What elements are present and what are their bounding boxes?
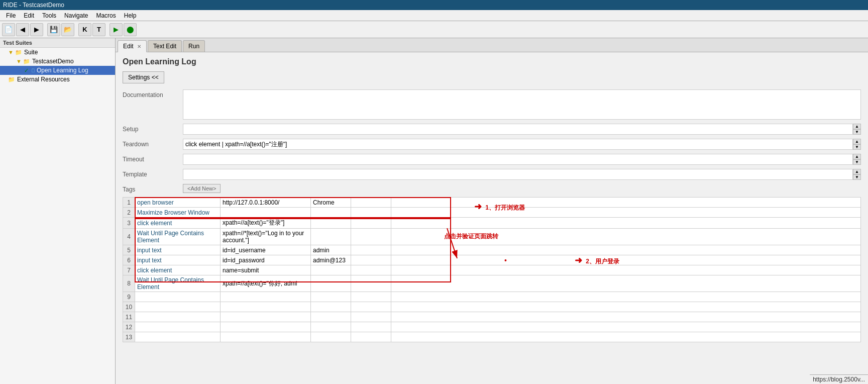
step-keyword[interactable]: Wait Until Page Contains Element [135,229,221,245]
tab-edit-close[interactable]: ✕ [137,44,141,49]
step-arg-2[interactable] [311,229,351,245]
setup-spin-up[interactable]: ▲ [853,124,861,129]
step-arg-4[interactable] [391,208,861,218]
step-keyword[interactable]: open browser [135,198,221,208]
tab-text-edit[interactable]: Text Edit [148,40,182,52]
step-arg-1[interactable]: xpath=//a[text()="你好, admi [221,275,311,292]
step-keyword[interactable]: Maximize Browser Window [135,208,221,218]
step-keyword[interactable]: click element [135,265,221,275]
step-arg-3[interactable] [351,229,391,245]
step-arg-2[interactable] [311,265,351,275]
step-arg-2[interactable] [311,208,351,218]
menu-edit[interactable]: Edit [20,11,38,20]
step-arg-3[interactable] [351,275,391,292]
sidebar-item-external-resources[interactable]: 📁 External Resources [0,75,115,84]
forward-btn[interactable]: ▶ [30,23,43,36]
step-arg-4[interactable] [391,275,861,292]
setup-spin-down[interactable]: ▼ [853,129,861,135]
step-keyword[interactable]: click element [135,218,221,229]
step-arg-3[interactable] [351,312,391,322]
step-keyword[interactable]: Wait Until Page Contains Element [135,275,221,292]
step-arg-2[interactable]: admin@123 [311,255,351,265]
menu-navigate[interactable]: Navigate [60,11,92,20]
step-arg-3[interactable] [351,218,391,229]
step-arg-4[interactable] [391,245,861,255]
teardown-spin-up[interactable]: ▲ [853,139,861,144]
step-arg-4[interactable] [391,292,861,302]
teardown-spin-down[interactable]: ▼ [853,144,861,150]
template-input[interactable] [183,169,853,180]
tab-run[interactable]: Run [183,40,205,52]
step-arg-2[interactable] [311,218,351,229]
step-arg-1[interactable]: name=submit [221,265,311,275]
step-arg-3[interactable] [351,265,391,275]
add-new-tag-button[interactable]: <Add New> [183,184,221,193]
teardown-input[interactable]: click element | xpath=//a[text()="注册"] [183,139,853,150]
step-arg-2[interactable] [311,332,351,342]
step-keyword[interactable] [135,322,221,332]
step-arg-1[interactable] [221,302,311,312]
step-keyword[interactable]: input text [135,255,221,265]
step-arg-1[interactable]: xpath=//a[text()="登录"] [221,218,311,229]
sidebar-item-suite[interactable]: ▼ 📁 Suite [0,48,115,57]
step-arg-4[interactable] [391,302,861,312]
menu-help[interactable]: Help [120,11,141,20]
step-arg-3[interactable] [351,292,391,302]
step-arg-2[interactable]: admin [311,245,351,255]
step-keyword[interactable] [135,292,221,302]
timeout-spin-up[interactable]: ▲ [853,154,861,159]
template-spin-up[interactable]: ▲ [853,169,861,174]
step-arg-1[interactable]: http://127.0.0.1:8000/ [221,198,311,208]
step-arg-2[interactable] [311,275,351,292]
btn-t[interactable]: T [92,23,105,36]
step-arg-1[interactable]: id=id_username [221,245,311,255]
sidebar-item-open-learning-log[interactable]: ✓ 🗒 Open Learning Log [0,66,115,75]
step-arg-4[interactable] [391,198,861,208]
sidebar-item-testcasetdemo[interactable]: ▼ 📁 TestcasetDemo [0,57,115,66]
step-arg-2[interactable] [311,322,351,332]
step-keyword[interactable] [135,312,221,322]
step-arg-2[interactable]: Chrome [311,198,351,208]
step-arg-4[interactable] [391,265,861,275]
step-keyword[interactable]: input text [135,245,221,255]
step-arg-4[interactable] [391,322,861,332]
save-btn[interactable]: 💾 [47,23,60,36]
step-arg-1[interactable] [221,332,311,342]
run-btn[interactable]: ▶ [110,23,123,36]
step-arg-3[interactable] [351,255,391,265]
step-arg-3[interactable] [351,245,391,255]
step-arg-1[interactable] [221,292,311,302]
step-arg-3[interactable] [351,332,391,342]
open-btn[interactable]: 📂 [61,23,74,36]
btn-k[interactable]: K [78,23,91,36]
new-btn[interactable]: 📄 [2,23,15,36]
step-arg-1[interactable]: xpath=//*[text()="Log in to your account… [221,229,311,245]
step-arg-1[interactable] [221,208,311,218]
step-keyword[interactable] [135,332,221,342]
step-arg-3[interactable] [351,322,391,332]
setup-input[interactable] [183,124,853,135]
step-arg-2[interactable] [311,292,351,302]
step-arg-2[interactable] [311,302,351,312]
step-arg-4[interactable] [391,255,861,265]
step-arg-4[interactable] [391,332,861,342]
menu-file[interactable]: File [2,11,20,20]
timeout-input[interactable] [183,154,853,165]
step-keyword[interactable] [135,302,221,312]
step-arg-3[interactable] [351,208,391,218]
documentation-input[interactable] [183,89,861,120]
settings-button[interactable]: Settings << [123,71,164,83]
timeout-spin-down[interactable]: ▼ [853,159,861,165]
template-spin-down[interactable]: ▼ [853,174,861,180]
step-arg-3[interactable] [351,198,391,208]
step-arg-2[interactable] [311,312,351,322]
step-arg-1[interactable] [221,312,311,322]
menu-macros[interactable]: Macros [92,11,120,20]
step-arg-4[interactable] [391,312,861,322]
step-arg-4[interactable] [391,218,861,229]
tab-edit[interactable]: Edit ✕ [118,40,147,52]
menu-tools[interactable]: Tools [38,11,60,20]
back-btn[interactable]: ◀ [16,23,29,36]
stop-btn[interactable]: ⬤ [124,23,137,36]
step-arg-1[interactable]: id=id_password [221,255,311,265]
